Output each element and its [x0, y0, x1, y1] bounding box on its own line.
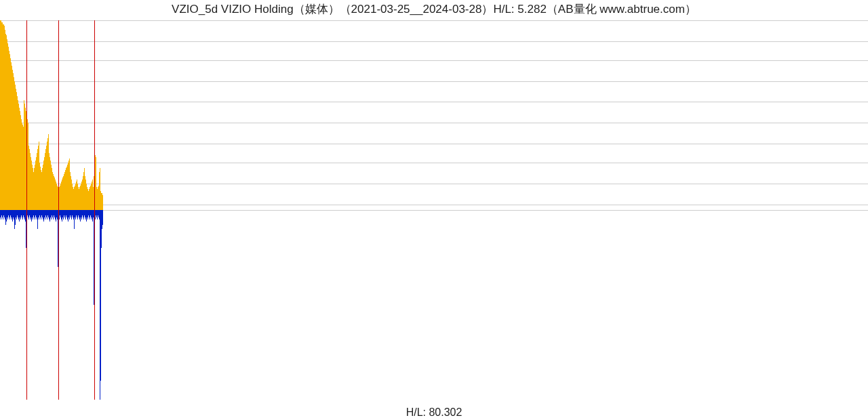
red-marker: [58, 20, 59, 400]
gridline: [0, 184, 868, 184]
gridline: [0, 81, 868, 82]
chart-title: VZIO_5d VIZIO Holding（媒体）（2021-03-25__20…: [0, 1, 868, 17]
gridline: [0, 20, 868, 21]
chart-area: [0, 20, 868, 400]
gridline: [0, 102, 868, 102]
gridline: [0, 163, 868, 163]
gridline: [0, 41, 868, 42]
gridline: [0, 144, 868, 144]
gridline: [0, 123, 868, 123]
chart-footer: H/L: 80.302: [0, 406, 868, 419]
gridline: [0, 205, 868, 205]
baseline: [0, 210, 868, 211]
red-marker: [26, 20, 27, 400]
bar-up: [102, 195, 103, 210]
bar-down: [102, 210, 103, 225]
red-marker: [94, 20, 95, 400]
gridline: [0, 60, 868, 61]
